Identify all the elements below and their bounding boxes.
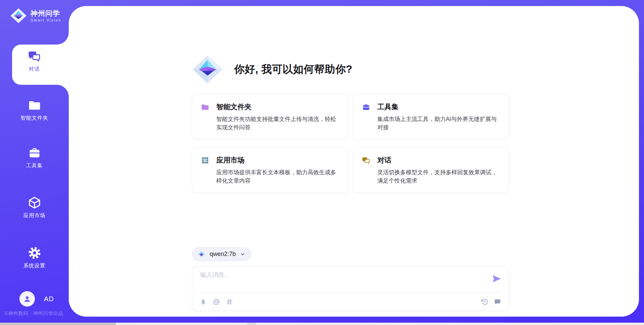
card-title: 智能文件夹 <box>216 102 252 112</box>
sidebar-item-label: 应用市场 <box>23 212 46 219</box>
greeting-text: 你好, 我可以如何帮助你? <box>234 62 353 76</box>
brand-name: 神州问学 <box>31 9 61 17</box>
comment-button[interactable] <box>494 298 501 306</box>
horizontal-scrollbar <box>0 323 644 325</box>
mention-button[interactable] <box>213 298 220 306</box>
card-title: 工具集 <box>377 102 398 112</box>
model-diamond-icon <box>197 250 206 259</box>
toolbox-icon <box>362 103 370 111</box>
card-app-market[interactable]: 应用市场 应用市场提供丰富长文本模板，助力高效生成多样化文章内容 <box>192 147 348 193</box>
card-desc: 集成市场上主流工具，助力AI与外界无缝扩展与对接 <box>377 115 500 132</box>
chevron-down-icon <box>240 251 246 257</box>
sidebar-item-chat[interactable]: 对话 <box>0 50 69 73</box>
history-button[interactable] <box>481 298 488 306</box>
gear-icon <box>28 246 41 260</box>
input-divider <box>194 292 500 292</box>
hashtag-button[interactable] <box>226 298 233 306</box>
sidebar-item-toolset[interactable]: 工具集 <box>0 146 69 169</box>
card-smart-folder[interactable]: 智能文件夹 智能文件夹功能支持批量文件上传与清洗，轻松实现文件问答 <box>192 94 348 140</box>
model-selector[interactable]: qwen2:7b <box>192 247 252 261</box>
user-account[interactable]: AD <box>19 291 54 307</box>
main-content: 你好, 我可以如何帮助你? 智能文件夹 智能文件夹功能支持批量文件上传与清洗，轻… <box>192 55 509 311</box>
sidebar-item-label: 智能文件夹 <box>20 115 48 122</box>
greeting: 你好, 我可以如何帮助你? <box>192 55 509 84</box>
sidebar-item-label: 对话 <box>29 66 40 73</box>
sidebar-footer: ©神州数码 · 神州问学出品 <box>4 310 63 317</box>
folder-icon <box>201 103 209 111</box>
tab-fillet-bottom <box>57 85 69 97</box>
card-desc: 应用市场提供丰富长文本模板，助力高效生成多样化文章内容 <box>216 168 339 185</box>
feature-cards: 智能文件夹 智能文件夹功能支持批量文件上传与清洗，轻松实现文件问答 工具集 集成… <box>192 94 509 193</box>
card-desc: 灵活切换多模型文件，支持多样回复效果调试，满足个性化需求 <box>377 168 500 185</box>
folder-icon <box>28 99 41 112</box>
main-panel: 你好, 我可以如何帮助你? 智能文件夹 智能文件夹功能支持批量文件上传与清洗，轻… <box>69 6 639 317</box>
card-desc: 智能文件夹功能支持批量文件上传与清洗，轻松实现文件问答 <box>216 115 339 132</box>
send-button[interactable] <box>491 274 502 284</box>
person-icon <box>22 294 32 304</box>
chat-icon <box>362 156 370 165</box>
card-chat[interactable]: 对话 灵活切换多模型文件，支持多样回复效果调试，满足个性化需求 <box>353 147 509 193</box>
avatar <box>19 291 35 307</box>
input-toolbar <box>192 293 508 311</box>
apps-grid-icon <box>201 156 209 165</box>
assistant-diamond-logo <box>192 55 223 84</box>
scrollbar-segment <box>247 323 256 325</box>
chat-input-box <box>192 266 509 311</box>
brand-subtitle: Smart Vision <box>31 18 61 22</box>
send-icon <box>491 274 501 284</box>
attach-button[interactable] <box>200 298 207 306</box>
at-icon <box>213 298 220 306</box>
chat-icon <box>28 50 41 63</box>
sidebar-item-label: 工具集 <box>26 162 43 169</box>
toolbox-icon <box>28 146 41 159</box>
sidebar: 神州问学 Smart Vision 对话 智能文件夹 工具集 应用市场 系统设置 <box>0 0 69 325</box>
message-input[interactable] <box>200 270 483 291</box>
brand: 神州问学 Smart Vision <box>10 7 61 24</box>
sidebar-item-smart-folder[interactable]: 智能文件夹 <box>0 99 69 122</box>
card-title: 对话 <box>377 155 391 165</box>
user-initials: AD <box>44 295 54 303</box>
brand-diamond-logo <box>10 7 27 24</box>
sidebar-item-settings[interactable]: 系统设置 <box>0 246 69 269</box>
cube-icon <box>28 196 41 209</box>
history-icon <box>481 298 488 306</box>
comment-icon <box>494 298 501 306</box>
sidebar-item-app-market[interactable]: 应用市场 <box>0 196 69 219</box>
hash-icon <box>226 298 233 306</box>
sidebar-item-label: 系统设置 <box>23 262 46 269</box>
tab-fillet-top <box>57 32 69 45</box>
card-toolset[interactable]: 工具集 集成市场上主流工具，助力AI与外界无缝扩展与对接 <box>353 94 509 140</box>
card-title: 应用市场 <box>216 155 245 165</box>
scrollbar-thumb[interactable] <box>0 323 116 325</box>
model-name: qwen2:7b <box>210 251 236 258</box>
paperclip-icon <box>200 298 207 306</box>
